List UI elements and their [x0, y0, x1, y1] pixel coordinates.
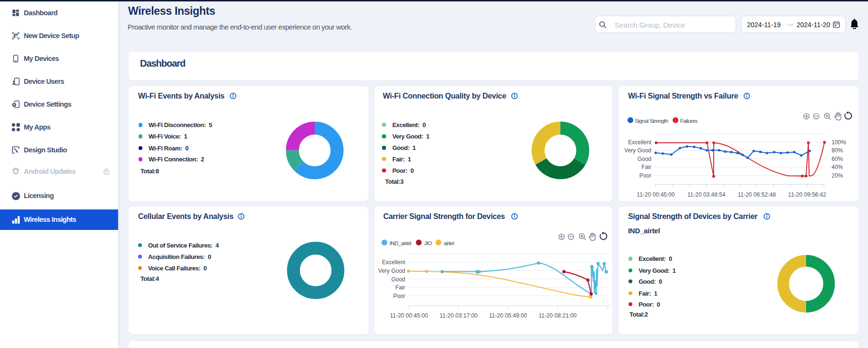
- svg-text:Poor: Poor: [393, 293, 405, 299]
- svg-text:11-20 09:56:42: 11-20 09:56:42: [788, 191, 826, 198]
- svg-text:Very Good: Very Good: [624, 147, 651, 154]
- svg-text:Excellent: Excellent: [382, 259, 405, 266]
- svg-text:20%: 20%: [832, 172, 843, 179]
- svg-text:Fair: Fair: [641, 164, 651, 170]
- svg-text:11-20 00:45:00: 11-20 00:45:00: [390, 312, 428, 319]
- svg-text:Very Good: Very Good: [378, 268, 405, 274]
- svg-text:JIO: JIO: [424, 240, 432, 246]
- svg-text:airtel: airtel: [444, 240, 454, 246]
- svg-text:40%: 40%: [832, 164, 843, 170]
- svg-text:80%: 80%: [832, 147, 843, 154]
- svg-text:60%: 60%: [832, 156, 843, 162]
- svg-text:11-20 03:17:00: 11-20 03:17:00: [439, 312, 478, 319]
- svg-text:100%: 100%: [832, 139, 847, 146]
- svg-text:Good: Good: [638, 156, 651, 162]
- svg-text:Failures: Failures: [680, 118, 698, 124]
- svg-text:Signal Strength: Signal Strength: [635, 118, 668, 124]
- svg-text:11-20 03:48:54: 11-20 03:48:54: [688, 191, 726, 198]
- svg-text:11-20 06:52:48: 11-20 06:52:48: [738, 191, 776, 198]
- svg-text:Fair: Fair: [395, 284, 405, 291]
- svg-text:11-20 00:45:00: 11-20 00:45:00: [637, 191, 675, 198]
- svg-text:Poor: Poor: [639, 172, 651, 179]
- svg-text:11-20 08:21:00: 11-20 08:21:00: [539, 312, 577, 319]
- svg-text:11-20 05:49:00: 11-20 05:49:00: [489, 312, 527, 319]
- svg-text:IND_airtel: IND_airtel: [389, 240, 411, 246]
- svg-text:Good: Good: [391, 276, 405, 283]
- svg-text:Excellent: Excellent: [628, 139, 651, 146]
